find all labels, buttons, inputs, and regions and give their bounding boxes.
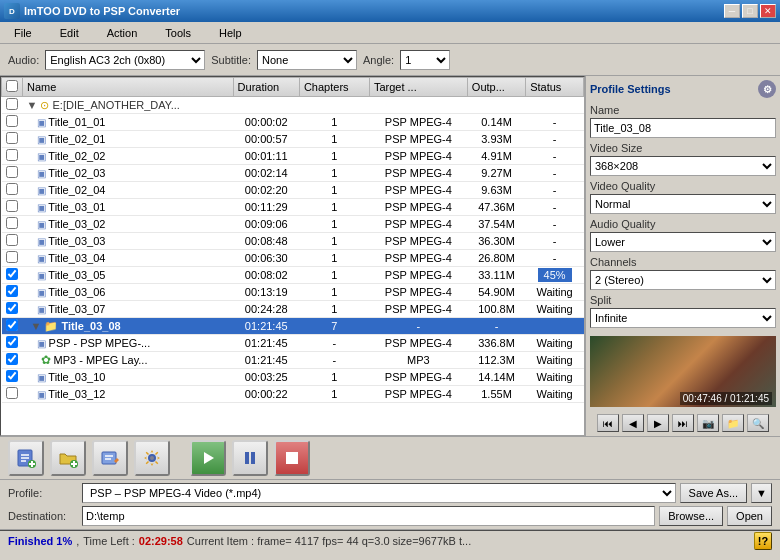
row-duration: 00:00:22 (233, 386, 299, 403)
menu-file[interactable]: File (8, 25, 38, 41)
row-checkbox[interactable] (6, 166, 18, 178)
settings-button[interactable] (134, 440, 170, 476)
preview-play-back-button[interactable]: ◀ (622, 414, 644, 432)
app-icon: D (4, 3, 20, 19)
row-checkbox[interactable] (6, 353, 18, 365)
select-all-checkbox[interactable] (6, 80, 18, 92)
angle-select[interactable]: 1 (400, 50, 450, 70)
row-checkbox[interactable] (6, 200, 18, 212)
video-quality-setting: Video Quality Normal (590, 180, 776, 214)
name-input[interactable] (590, 118, 776, 138)
table-row[interactable]: ✿ MP3 - MPEG Lay...01:21:45-MP3112.3MWai… (2, 352, 584, 369)
video-size-setting: Video Size 368×208 (590, 142, 776, 176)
add-files-button[interactable] (8, 440, 44, 476)
table-row[interactable]: ▣ Title_03_1200:00:221PSP MPEG-41.55MWai… (2, 386, 584, 403)
menu-help[interactable]: Help (213, 25, 248, 41)
add-folder-button[interactable] (50, 440, 86, 476)
row-checkbox[interactable] (6, 149, 18, 161)
video-size-select[interactable]: 368×208 (590, 156, 776, 176)
row-checkbox[interactable] (6, 98, 18, 110)
gear-icon[interactable]: ⚙ (758, 80, 776, 98)
row-duration: 00:06:30 (233, 250, 299, 267)
row-checkbox[interactable] (6, 387, 18, 399)
stop-button[interactable] (274, 440, 310, 476)
table-row[interactable]: ▣ Title_02_0200:01:111PSP MPEG-44.91M- (2, 148, 584, 165)
split-select[interactable]: Infinite (590, 308, 776, 328)
table-row[interactable]: ▣ Title_01_0100:00:021PSP MPEG-40.14M- (2, 114, 584, 131)
convert-button[interactable] (190, 440, 226, 476)
table-row[interactable]: ▣ Title_03_0400:06:301PSP MPEG-426.80M- (2, 250, 584, 267)
table-row[interactable]: ▣ Title_03_1000:03:251PSP MPEG-414.14MWa… (2, 369, 584, 386)
row-checkbox[interactable] (6, 302, 18, 314)
row-checkbox[interactable] (6, 319, 18, 331)
row-checkbox[interactable] (6, 183, 18, 195)
menu-action[interactable]: Action (101, 25, 144, 41)
file-list-panel: Name Duration Chapters Target ... Outp..… (0, 76, 585, 436)
table-row[interactable]: ▣ Title_03_0300:08:481PSP MPEG-436.30M- (2, 233, 584, 250)
menu-tools[interactable]: Tools (159, 25, 197, 41)
preview-skip-back-button[interactable]: ⏮ (597, 414, 619, 432)
audio-quality-select[interactable]: Lower (590, 232, 776, 252)
preview-skip-forward-button[interactable]: ⏭ (672, 414, 694, 432)
row-output: 0.14M (467, 114, 525, 131)
row-chapters: 7 (299, 318, 369, 335)
row-checkbox[interactable] (6, 285, 18, 297)
audio-select[interactable]: English AC3 2ch (0x80) (45, 50, 205, 70)
file-table-scroll[interactable]: Name Duration Chapters Target ... Outp..… (1, 77, 584, 435)
save-as-button[interactable]: Save As... (680, 483, 748, 503)
table-row[interactable]: ▣ Title_03_0700:24:281PSP MPEG-4100.8MWa… (2, 301, 584, 318)
video-quality-label: Video Quality (590, 180, 776, 192)
table-row[interactable]: ▣ PSP - PSP MPEG-...01:21:45-PSP MPEG-43… (2, 335, 584, 352)
table-row[interactable]: ▣ Title_03_0500:08:021PSP MPEG-433.11M45… (2, 267, 584, 284)
preview-snapshot-button[interactable]: 📷 (697, 414, 719, 432)
maximize-button[interactable]: □ (742, 4, 758, 18)
profile-options-button[interactable]: ▼ (751, 483, 772, 503)
minimize-button[interactable]: ─ (724, 4, 740, 18)
help-button[interactable]: !? (754, 532, 772, 550)
row-status: Waiting (526, 284, 584, 301)
menu-edit[interactable]: Edit (54, 25, 85, 41)
table-row[interactable]: ▣ Title_03_0600:13:191PSP MPEG-454.90MWa… (2, 284, 584, 301)
status-bar: Finished 1% , Time Left : 02:29:58 Curre… (0, 529, 780, 551)
channels-select[interactable]: 2 (Stereo) (590, 270, 776, 290)
row-duration: 00:11:29 (233, 199, 299, 216)
table-row[interactable]: ▣ Title_02_0300:02:141PSP MPEG-49.27M- (2, 165, 584, 182)
preview-zoom-button[interactable]: 🔍 (747, 414, 769, 432)
table-row[interactable]: ▼ 📁 Title_03_0801:21:457-- (2, 318, 584, 335)
row-checkbox[interactable] (6, 234, 18, 246)
edit-profile-button[interactable] (92, 440, 128, 476)
preview-folder-button[interactable]: 📁 (722, 414, 744, 432)
row-checkbox[interactable] (6, 132, 18, 144)
col-chapters: Chapters (299, 78, 369, 97)
row-name: ▣ Title_03_07 (23, 301, 234, 318)
pause-button[interactable] (232, 440, 268, 476)
open-button[interactable]: Open (727, 506, 772, 526)
row-checkbox[interactable] (6, 217, 18, 229)
row-checkbox[interactable] (6, 115, 18, 127)
table-row[interactable]: ▣ Title_02_0100:00:571PSP MPEG-43.93M- (2, 131, 584, 148)
browse-button[interactable]: Browse... (659, 506, 723, 526)
row-target: PSP MPEG-4 (369, 199, 467, 216)
row-checkbox[interactable] (6, 268, 18, 280)
row-checkbox[interactable] (6, 251, 18, 263)
svg-marker-15 (204, 452, 214, 464)
row-chapters: 1 (299, 131, 369, 148)
col-name: Name (23, 78, 234, 97)
table-row[interactable]: ▼ ⊙ E:[DIE_ANOTHER_DAY... (2, 97, 584, 114)
row-checkbox[interactable] (6, 370, 18, 382)
close-button[interactable]: ✕ (760, 4, 776, 18)
destination-input[interactable] (82, 506, 655, 526)
table-row[interactable]: ▣ Title_03_0200:09:061PSP MPEG-437.54M- (2, 216, 584, 233)
subtitle-select[interactable]: None (257, 50, 357, 70)
svg-rect-16 (245, 452, 249, 464)
row-status: - (526, 165, 584, 182)
preview-play-button[interactable]: ▶ (647, 414, 669, 432)
row-name: ▣ Title_03_02 (23, 216, 234, 233)
row-name: ✿ MP3 - MPEG Lay... (23, 352, 234, 369)
table-row[interactable]: ▣ Title_03_0100:11:291PSP MPEG-447.36M- (2, 199, 584, 216)
row-status: - (526, 199, 584, 216)
table-row[interactable]: ▣ Title_02_0400:02:201PSP MPEG-49.63M- (2, 182, 584, 199)
profile-select[interactable]: PSP – PSP MPEG-4 Video (*.mp4) (82, 483, 676, 503)
row-checkbox[interactable] (6, 336, 18, 348)
video-quality-select[interactable]: Normal (590, 194, 776, 214)
